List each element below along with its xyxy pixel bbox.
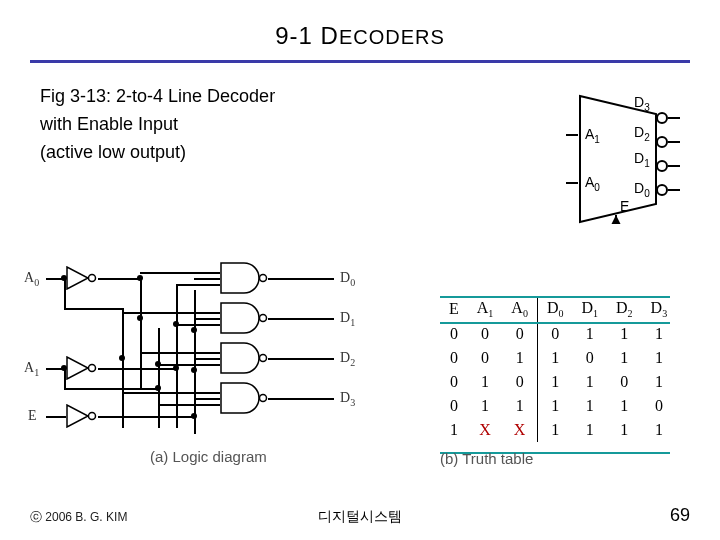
tt-cell: 1 — [502, 346, 537, 370]
svg-point-6 — [89, 365, 96, 372]
svg-marker-3 — [67, 267, 88, 289]
tt-cell: 0 — [537, 322, 572, 346]
tt-cell: 1 — [572, 370, 607, 394]
title-smallcaps: ECODERS — [339, 26, 445, 48]
tt-cell: 0 — [440, 322, 468, 346]
truth-table: E A1 A0 D0 D1 D2 D3 00001110011011010110… — [440, 296, 680, 442]
inverter-icon — [66, 404, 98, 428]
tt-cell: 0 — [502, 370, 537, 394]
tt-cell: 1 — [537, 370, 572, 394]
svg-marker-2 — [611, 215, 621, 224]
desc-line-3: (active low output) — [40, 138, 275, 166]
tt-cell: 0 — [502, 322, 537, 346]
tt-cell: 1 — [502, 394, 537, 418]
tt-cell: 0 — [607, 370, 642, 394]
tt-cell: 1 — [607, 322, 642, 346]
tt-cell: 1 — [642, 346, 677, 370]
tt-cell: X — [468, 418, 503, 442]
tt-cell: 1 — [607, 394, 642, 418]
tt-cell: 0 — [642, 394, 677, 418]
tt-cell: 1 — [537, 394, 572, 418]
tt-cell: 0 — [440, 394, 468, 418]
svg-point-10 — [260, 315, 267, 322]
desc-line-1: Fig 3-13: 2-to-4 Line Decoder — [40, 82, 275, 110]
nand-gate-icon — [220, 262, 268, 294]
inverter-icon — [66, 356, 98, 380]
nand-gate-icon — [220, 342, 268, 374]
footer-title: 디지털시스템 — [0, 508, 720, 526]
caption-a: (a) Logic diagram — [150, 448, 267, 465]
tt-cell: 0 — [440, 370, 468, 394]
tt-cell: 0 — [468, 322, 503, 346]
title-prefix: 9-1 D — [275, 22, 339, 49]
description-block: Fig 3-13: 2-to-4 Line Decoder with Enabl… — [40, 82, 275, 166]
svg-point-11 — [260, 355, 267, 362]
tt-cell: 1 — [537, 346, 572, 370]
tt-cell: 0 — [440, 346, 468, 370]
svg-point-8 — [89, 413, 96, 420]
svg-marker-5 — [67, 357, 88, 379]
tt-cell: 1 — [537, 418, 572, 442]
inverter-icon — [66, 266, 98, 290]
slide-title: 9-1 DECODERS — [0, 0, 720, 50]
title-rule — [30, 60, 690, 63]
tt-cell: 1 — [607, 346, 642, 370]
page-number: 69 — [670, 505, 690, 526]
nand-gate-icon — [220, 302, 268, 334]
tt-cell: 1 — [642, 322, 677, 346]
tt-cell: 1 — [572, 322, 607, 346]
logic-diagram: A0 A1 E D0 D1 — [50, 268, 400, 483]
tt-cell: X — [502, 418, 537, 442]
tt-cell: 1 — [468, 370, 503, 394]
svg-marker-7 — [67, 405, 88, 427]
desc-line-2: with Enable Input — [40, 110, 275, 138]
tt-cell: 1 — [642, 370, 677, 394]
tt-cell: 1 — [572, 394, 607, 418]
svg-point-4 — [89, 275, 96, 282]
tt-cell: 0 — [572, 346, 607, 370]
svg-point-12 — [260, 395, 267, 402]
tt-cell: 1 — [468, 394, 503, 418]
tt-cell: 1 — [642, 418, 677, 442]
caption-b: (b) Truth table — [440, 450, 533, 467]
tt-cell: 1 — [607, 418, 642, 442]
tt-cell: 0 — [468, 346, 503, 370]
nand-gate-icon — [220, 382, 268, 414]
tt-cell: 1 — [440, 418, 468, 442]
svg-point-9 — [260, 275, 267, 282]
tt-cell: 1 — [572, 418, 607, 442]
decoder-symbol: A1 A0 E D3 D2 D1 D0 — [578, 94, 658, 224]
